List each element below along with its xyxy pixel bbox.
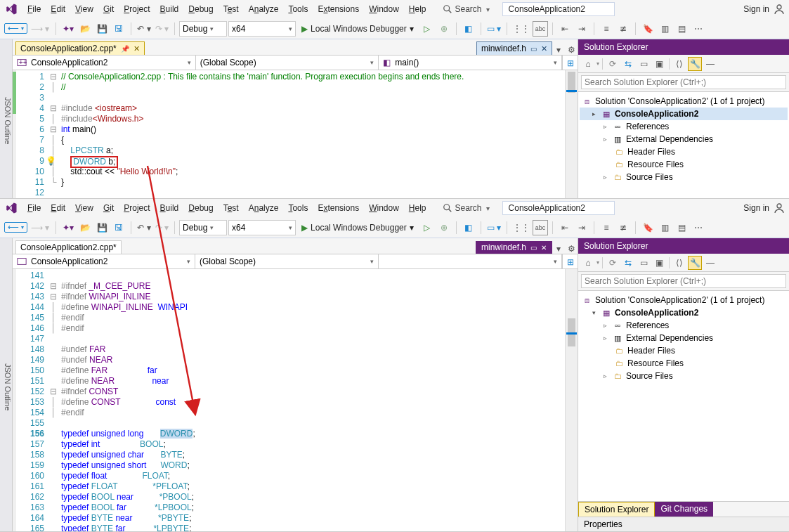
tree-external-deps[interactable]: ▹▥External Dependencies [580, 332, 788, 344]
bc-split-button[interactable]: ⊞ [562, 56, 578, 70]
tree-solution-node[interactable]: ⧈Solution 'ConsoleApplication2' (1 of 1 … [580, 294, 788, 306]
menu-view[interactable]: View [70, 2, 98, 16]
tb-ic2[interactable]: ▭ ▾ [485, 21, 502, 37]
tab-gear-button[interactable]: ⚙ [565, 244, 578, 254]
menu-edit[interactable]: Edit [46, 2, 70, 16]
signin-link[interactable]: Sign in [743, 4, 785, 15]
fold-column[interactable]: ⊟│⊟│⊟││││└ [48, 70, 58, 198]
sol-properties-button[interactable]: 🔧 [688, 256, 702, 270]
menu-git[interactable]: Git [98, 2, 119, 16]
sol-sync-button[interactable]: ⇆ [621, 57, 635, 71]
startup-project-combo[interactable]: ConsoleApplication2 [502, 2, 615, 16]
fold-column[interactable]: ⊟⊟│││⊟││ [48, 269, 58, 531]
bc-project[interactable]: ConsoleApplication2▾ [13, 254, 195, 268]
sol-b6[interactable]: — [703, 256, 717, 270]
menu-analyze[interactable]: Analyze [244, 2, 284, 16]
sol-home-button[interactable]: ⌂ [581, 256, 595, 270]
uncomment-button[interactable]: ≢ [615, 220, 631, 235]
close-icon[interactable]: ✕ [541, 44, 547, 53]
start-debug-button[interactable]: ▶Local Windows Debugger ▾ [297, 221, 418, 234]
redo-button[interactable]: ↷ ▾ [154, 21, 170, 37]
tb-ic1[interactable]: ◧ [461, 21, 476, 37]
menu-edit[interactable]: Edit [46, 201, 70, 215]
preview-tab-minwindef-active[interactable]: minwindef.h▭✕ [476, 241, 552, 254]
uncomment-button[interactable]: ≢ [615, 21, 631, 37]
sol-b3[interactable]: ▭ [637, 57, 651, 71]
new-project-button[interactable]: ✦▾ [60, 21, 76, 37]
tb-ic4[interactable]: abc [533, 21, 548, 37]
tb-ic5[interactable]: ▥ [657, 21, 672, 37]
vscroll-top[interactable] [565, 70, 578, 198]
menu-debug[interactable]: Debug [183, 2, 218, 16]
sol-b4[interactable]: ▣ [652, 256, 666, 270]
tree-source-files[interactable]: ▹🗀Source Files [580, 171, 788, 183]
sol-b6[interactable]: — [703, 57, 717, 71]
config-combo[interactable]: Debug▾ [179, 21, 227, 37]
bc-project[interactable]: ++ConsoleApplication2▾ [13, 56, 196, 70]
lightbulb-icon[interactable]: 💡 [46, 156, 56, 167]
save-button[interactable]: 💾 [94, 220, 110, 235]
sol-home-button[interactable]: ⌂ [581, 57, 595, 71]
tb-ic7[interactable]: ⋯ [691, 21, 706, 37]
sol-properties-button[interactable]: 🔧 [688, 57, 702, 71]
tb-ic6[interactable]: ▤ [674, 220, 689, 235]
menu-test[interactable]: Test [219, 2, 244, 16]
sol-b3[interactable]: ▭ [637, 256, 651, 270]
tb-ic4[interactable]: abc [533, 220, 548, 235]
side-tab-json-outline[interactable]: JSON Outline [0, 39, 13, 198]
bc-func[interactable]: ◧main()▾ [379, 56, 562, 70]
sol-b4[interactable]: ▣ [652, 57, 666, 71]
menu-build[interactable]: Build [155, 2, 184, 16]
solution-tree[interactable]: ⧈Solution 'ConsoleApplication2' (1 of 1 … [578, 92, 789, 198]
start-nodebug-button[interactable]: ▷ [419, 21, 435, 37]
tree-solution-node[interactable]: ⧈Solution 'ConsoleApplication2' (1 of 1 … [580, 95, 788, 108]
sol-search[interactable] [578, 272, 789, 291]
keep-open-icon[interactable]: ▭ [530, 244, 537, 252]
tab-dropdown-button[interactable]: ▾ [552, 45, 565, 55]
nav-fwd-button[interactable]: ⟶ ▾ [29, 223, 51, 233]
sol-search-input[interactable] [581, 75, 786, 89]
vscroll-bot[interactable] [565, 269, 578, 531]
file-tab-cpp[interactable]: ConsoleApplication2.cpp*📌✕ [15, 41, 145, 55]
tree-header-files[interactable]: 🗀Header Files [580, 344, 788, 357]
menu-test[interactable]: Test [219, 201, 244, 215]
start-nodebug-button[interactable]: ▷ [419, 220, 435, 235]
tree-external-deps[interactable]: ▹▥External Dependencies [580, 133, 788, 145]
menu-analyze[interactable]: Analyze [244, 201, 284, 215]
sol-refresh-button[interactable]: ⟳ [606, 256, 620, 270]
menu-help[interactable]: Help [404, 2, 431, 16]
sol-b5[interactable]: ⟨⟩ [672, 57, 686, 71]
menu-window[interactable]: Window [364, 2, 404, 16]
sol-b5[interactable]: ⟨⟩ [672, 256, 686, 270]
save-all-button[interactable]: 🖫 [111, 21, 126, 37]
nav-fwd-button[interactable]: ⟶ ▾ [29, 24, 51, 34]
undo-button[interactable]: ↶ ▾ [136, 21, 152, 37]
tb-ic2[interactable]: ▭ ▾ [485, 220, 502, 235]
indent-right-button[interactable]: ⇥ [574, 21, 589, 37]
chevron-down-icon[interactable]: ▸ [589, 110, 598, 117]
comment-button[interactable]: ≡ [599, 220, 614, 235]
bookmark-button[interactable]: 🔖 [640, 21, 656, 37]
close-icon[interactable]: ✕ [541, 244, 547, 252]
tree-header-files[interactable]: 🗀Header Files [580, 145, 788, 158]
tree-project-node[interactable]: ▾▦ConsoleApplication2 [580, 306, 788, 319]
menu-file[interactable]: FFileile [22, 2, 46, 16]
platform-combo[interactable]: x64▾ [228, 220, 296, 235]
open-file-button[interactable]: 📂 [77, 220, 93, 235]
menu-extensions[interactable]: Extensions [313, 201, 364, 215]
menu-view[interactable]: View [70, 201, 98, 215]
open-file-button[interactable]: 📂 [77, 21, 93, 37]
menu-git[interactable]: Git [98, 201, 119, 215]
tree-resource-files[interactable]: 🗀Resource Files [580, 357, 788, 370]
menu-project[interactable]: Project [119, 2, 155, 16]
tb-ic3[interactable]: ⋮⋮ [511, 220, 531, 235]
side-tab-json-outline[interactable]: JSON Outline [0, 238, 13, 531]
preview-tab-minwindef[interactable]: minwindef.h▭✕ [476, 41, 552, 55]
menu-help[interactable]: Help [404, 201, 431, 215]
code-editor-bot[interactable]: 1411421431441451461471481491501511521531… [13, 269, 578, 531]
menu-tools[interactable]: Tools [283, 201, 313, 215]
nav-back-button[interactable]: ⟵ ▾ [4, 23, 27, 34]
new-project-button[interactable]: ✦▾ [60, 220, 76, 235]
menu-project[interactable]: Project [119, 201, 155, 215]
close-icon[interactable]: ✕ [133, 44, 140, 53]
